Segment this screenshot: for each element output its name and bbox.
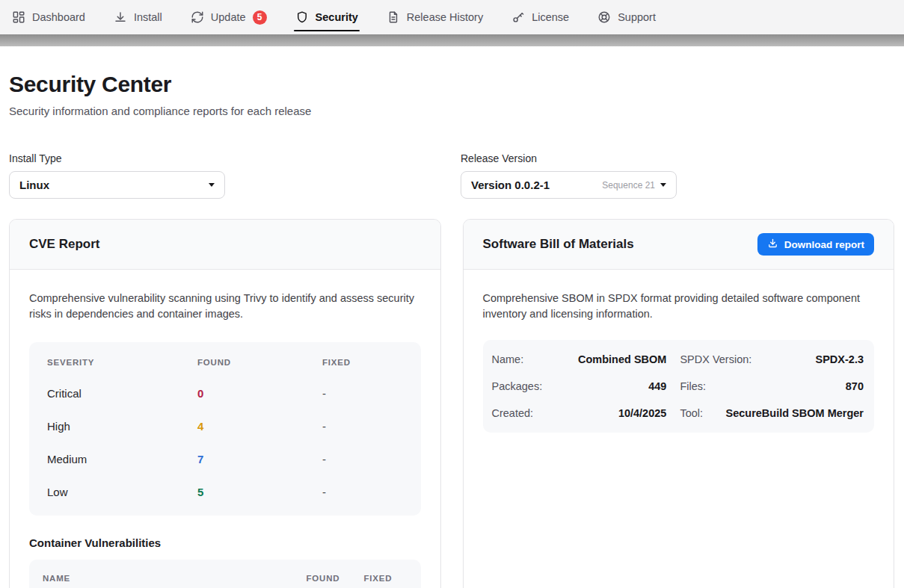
severity-found-count: 5	[197, 486, 322, 498]
severity-found-count: 4	[197, 420, 322, 433]
update-count-badge: 5	[253, 10, 267, 25]
list-item: Packages: 449	[492, 373, 667, 400]
fixed-column-header: FIXED	[322, 358, 403, 367]
severity-name: Medium	[47, 453, 197, 465]
release-version-select[interactable]: Version 0.0.2-1 Sequence 21	[461, 171, 677, 199]
page-subtitle: Security information and compliance repo…	[9, 105, 894, 117]
detail-label: Tool:	[680, 407, 703, 419]
container-vulnerabilities-table-header: NAME FOUND FIXED	[29, 560, 421, 588]
chevron-down-icon	[660, 183, 666, 187]
sbom-card-title: Software Bill of Materials	[483, 237, 634, 252]
detail-value: 449	[648, 380, 666, 392]
detail-value: 870	[846, 380, 864, 392]
nav-tab-label: Release History	[407, 11, 483, 23]
nav-tab-label: Dashboard	[32, 11, 85, 23]
main-content: Security Center Security information and…	[0, 72, 904, 588]
nav-tab-label: Install	[134, 11, 162, 23]
nav-tab-label: Security	[316, 11, 358, 23]
table-row: Critical 0 -	[47, 377, 403, 409]
detail-label: Files:	[680, 380, 706, 392]
nav-tab-label: License	[532, 11, 569, 23]
list-item: SPDX Version: SPDX-2.3	[680, 346, 864, 373]
nav-tab-install[interactable]: Install	[114, 0, 162, 34]
report-cards-row: CVE Report Comprehensive vulnerability s…	[9, 219, 894, 588]
nav-tab-update[interactable]: Update 5	[191, 0, 267, 34]
release-version-value: Version 0.0.2-1	[471, 179, 602, 191]
shield-icon	[295, 10, 309, 24]
detail-label: Packages:	[492, 380, 543, 392]
sbom-description: Comprehensive SBOM in SPDX format provid…	[483, 291, 875, 322]
detail-value: 10/4/2025	[618, 407, 667, 419]
cve-report-card: CVE Report Comprehensive vulnerability s…	[9, 219, 441, 588]
security-center-screen: Dashboard Install Update 5 Security	[0, 0, 904, 588]
lifebuoy-icon	[597, 10, 611, 24]
cve-description: Comprehensive vulnerability scanning usi…	[29, 291, 421, 322]
sbom-card-body: Comprehensive SBOM in SPDX format provid…	[464, 270, 894, 454]
cve-card-header: CVE Report	[10, 220, 440, 270]
detail-value: SPDX-2.3	[816, 353, 864, 365]
container-vulnerabilities-title: Container Vulnerabilities	[29, 536, 421, 549]
severity-table: SEVERITY FOUND FIXED Critical 0 - High 4	[29, 342, 421, 516]
release-version-field: Release Version Version 0.0.2-1 Sequence…	[461, 152, 677, 199]
list-item: Files: 870	[680, 373, 864, 400]
nav-tab-label: Support	[618, 11, 656, 23]
download-icon	[114, 10, 127, 24]
sbom-card-header: Software Bill of Materials Download repo…	[464, 220, 894, 270]
header-divider-band	[0, 34, 904, 46]
release-sequence-text: Sequence 21	[602, 180, 655, 191]
severity-name: Low	[47, 486, 197, 498]
detail-label: Created:	[492, 407, 534, 419]
detail-value: SecureBuild SBOM Merger	[725, 407, 864, 419]
nav-tab-dashboard[interactable]: Dashboard	[12, 0, 85, 34]
severity-found-count: 7	[197, 453, 322, 465]
list-item: Created: 10/4/2025	[492, 400, 667, 427]
name-column-header: NAME	[43, 574, 307, 583]
download-icon	[767, 238, 778, 251]
severity-fixed-count: -	[322, 453, 403, 465]
table-row: Medium 7 -	[47, 442, 403, 475]
download-report-label: Download report	[784, 239, 864, 250]
nav-tab-release-history[interactable]: Release History	[387, 0, 483, 34]
found-column-header: FOUND	[197, 358, 322, 367]
severity-column-header: SEVERITY	[47, 358, 197, 367]
severity-name: Critical	[47, 387, 197, 400]
nav-tab-license[interactable]: License	[511, 0, 569, 34]
nav-tab-security[interactable]: Security	[295, 0, 358, 34]
found-column-header: FOUND	[307, 574, 364, 583]
key-icon	[511, 10, 525, 24]
severity-fixed-count: -	[322, 420, 403, 433]
detail-label: SPDX Version:	[680, 353, 751, 365]
detail-label: Name:	[492, 353, 524, 365]
severity-found-count: 0	[197, 387, 322, 400]
chevron-down-icon	[209, 183, 215, 187]
severity-table-header: SEVERITY FOUND FIXED	[47, 348, 403, 377]
list-item: Tool: SecureBuild SBOM Merger	[680, 400, 864, 427]
install-type-select[interactable]: Linux	[9, 171, 225, 199]
list-item: Name: Combined SBOM	[492, 346, 667, 373]
filters-row: Install Type Linux Release Version Versi…	[9, 152, 894, 199]
nav-tab-label: Update	[211, 11, 246, 23]
dashboard-grid-icon	[12, 10, 25, 24]
table-row: High 4 -	[47, 409, 403, 442]
download-report-button[interactable]: Download report	[757, 233, 874, 256]
nav-tab-support[interactable]: Support	[597, 0, 656, 34]
cve-card-body: Comprehensive vulnerability scanning usi…	[10, 270, 440, 588]
severity-fixed-count: -	[322, 387, 403, 400]
severity-fixed-count: -	[322, 486, 403, 498]
sbom-details-grid: Name: Combined SBOM SPDX Version: SPDX-2…	[483, 340, 875, 433]
release-version-label: Release Version	[461, 152, 677, 164]
document-icon	[387, 10, 400, 24]
table-row: Low 5 -	[47, 475, 403, 508]
top-navigation: Dashboard Install Update 5 Security	[0, 0, 904, 34]
page-title: Security Center	[9, 72, 894, 97]
install-type-field: Install Type Linux	[9, 152, 225, 199]
install-type-value: Linux	[19, 179, 209, 191]
install-type-label: Install Type	[9, 152, 225, 164]
cve-card-title: CVE Report	[29, 237, 99, 252]
severity-name: High	[47, 420, 197, 433]
sbom-card: Software Bill of Materials Download repo…	[463, 219, 895, 588]
detail-value: Combined SBOM	[578, 353, 666, 365]
refresh-icon	[191, 10, 204, 24]
fixed-column-header: FIXED	[364, 574, 408, 583]
